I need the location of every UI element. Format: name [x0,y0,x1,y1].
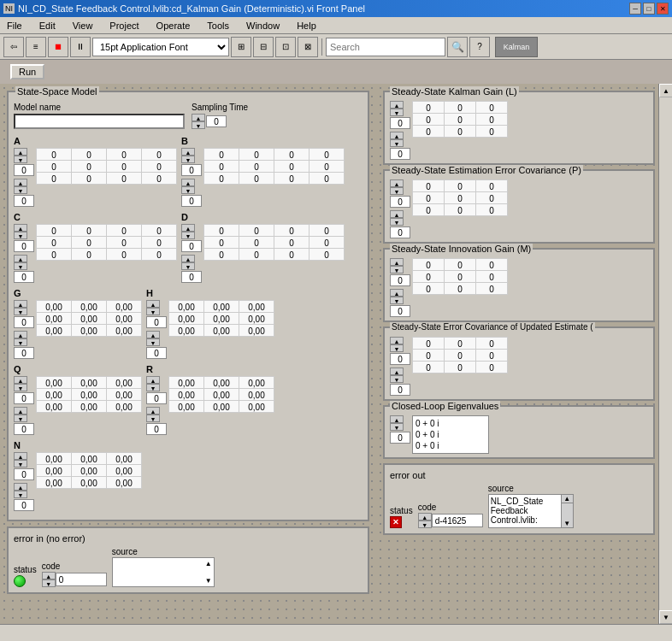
matrix-h-label: H [146,288,274,298]
matrix-h-cells: 0,000,000,00 0,000,000,00 0,000,000,00 [168,300,274,336]
resize-btn[interactable]: ⊡ [275,37,296,57]
matrix-r-cells: 0,000,000,00 0,000,000,00 0,000,000,00 [168,376,274,412]
cell: 0 [14,499,34,511]
matrix-q-spinner: ▲ ▼ 0 ▲ ▼ 0 [14,376,34,435]
matrix-c-cells: 0000 0000 0000 [36,224,176,260]
matrix-g-spin-val[interactable]: 0 [14,316,34,328]
toolbar-stop-btn[interactable]: ⏹ [48,37,68,57]
menu-bar: File Edit View Project Operate Tools Win… [0,17,672,34]
minimize-button[interactable]: ─ [629,3,641,15]
matrix-g-label: G [14,288,141,298]
error-out-source-value: NL_CD_State Feedback Control.lvlib: ▲ ▼ [488,494,574,528]
error-in-code-value[interactable]: 0 [56,573,107,586]
spin-down[interactable]: ▼ [181,156,195,163]
maximize-button[interactable]: □ [643,3,655,15]
scroll-down-button[interactable]: ▼ [659,610,672,624]
window-title: NI_CD_State Feedback Control.lvlib:cd_Ka… [18,3,365,14]
spin-down2[interactable]: ▼ [14,186,27,194]
error-out-source-col: source NL_CD_State Feedback Control.lvli… [488,484,574,528]
cell: 0 [146,347,167,359]
matrix-a-group: A ▲ ▼ 0 ▲ ▼ [14,136,176,207]
error-in-source-col: source ▲ ▼ [112,547,215,587]
spin-up2[interactable]: ▲ [181,179,195,186]
state-space-panel: State-Space Model Model name Sampling Ti… [7,91,369,521]
matrix-d-spin-val[interactable]: 0 [181,240,202,252]
scroll-up-button[interactable]: ▲ [659,84,672,97]
matrix-n-label: N [14,440,141,450]
error-out-status-col: status ✕ [390,506,413,528]
model-name-group: Model name [14,103,185,129]
status-bar [0,624,672,641]
align-btn[interactable]: ⊞ [231,37,251,57]
cell: 0 [14,347,34,359]
search-icon[interactable]: 🔍 [447,37,468,57]
matrix-a-spin-val[interactable]: 0 [14,164,34,176]
run-row: Run [0,60,672,84]
matrix-b-group: B ▲ ▼ 0 ▲ ▼ [181,136,344,207]
matrix-n-spin-val[interactable]: 0 [14,468,34,480]
spin-up[interactable]: ▲ [192,114,205,121]
spin-down2[interactable]: ▼ [181,186,195,194]
font-selector[interactable]: 15pt Application Font [92,38,229,56]
matrix-g-group: G ▲ ▼ 0 ▲ ▼ [14,288,141,359]
scroll-down-btn[interactable]: ▼ [562,520,573,527]
scroll-up-icon[interactable]: ▲ [205,560,212,567]
cell: 0 [14,271,34,283]
menu-edit[interactable]: Edit [36,20,59,32]
menu-view[interactable]: View [69,20,97,32]
matrix-c-label: C [14,212,176,222]
model-name-input[interactable] [14,114,185,129]
spin-down[interactable]: ▼ [192,121,205,129]
reorder-btn[interactable]: ⊠ [298,37,318,57]
error-out-title: error out [390,470,648,480]
close-button[interactable]: ✕ [657,3,669,15]
sampling-time-spinner[interactable]: ▲ ▼ [192,114,205,129]
sampling-time-value[interactable]: 0 [206,115,227,127]
matrix-n-cells: 0,000,000,00 0,000,000,00 0,000,000,00 [36,452,141,488]
matrix-a-label: A [14,136,176,146]
toolbar-pause-btn[interactable]: ⏸ [70,37,91,57]
matrix-r-spin-val[interactable]: 0 [146,392,167,404]
matrix-d-cells: 0000 0000 0000 [203,224,344,260]
spin-down[interactable]: ▼ [14,156,27,163]
kalman-gain-l-title: Steady-State Kalman Gain (L) [390,86,519,97]
menu-help[interactable]: Help [293,20,320,32]
matrix-b-spin-val[interactable]: 0 [181,164,202,176]
search-input[interactable] [326,38,445,56]
menu-file[interactable]: File [3,20,26,32]
error-out-code-value[interactable]: d-41625 [432,514,483,527]
menu-project[interactable]: Project [106,20,142,32]
matrix-r-group: R ▲ ▼ 0 ▲ ▼ [146,364,274,435]
matrix-n-group: N ▲ ▼ 0 ▲ ▼ [14,440,141,511]
toolbar-list-btn[interactable]: ≡ [26,37,46,57]
matrix-c-spin-val[interactable]: 0 [14,240,34,252]
kalman-upd-spinner: ▲ ▼ 0 ▲ ▼ 0 [390,337,410,396]
kalman-innovation-m-title: Steady-State Innovation Gain (M) [390,244,533,254]
matrix-b-spinner: ▲ ▼ 0 ▲ ▼ 0 [181,148,202,207]
matrix-a-spin-val2: 0 [14,195,34,207]
matrix-r-spinner: ▲ ▼ 0 ▲ ▼ 0 [146,376,167,435]
error-out-led: ✕ [390,516,402,528]
run-button[interactable]: Run [10,64,44,79]
error-in-source-value: ▲ ▼ [112,557,215,587]
help-btn[interactable]: ? [469,37,490,57]
spin-up[interactable]: ▲ [181,148,195,156]
spin-up2[interactable]: ▲ [14,179,27,186]
scroll-down-icon[interactable]: ▼ [205,577,212,585]
spin-up[interactable]: ▲ [14,148,27,156]
cell: 0 [36,160,72,173]
cell: 0 [181,195,202,207]
menu-tools[interactable]: Tools [203,20,233,32]
menu-operate[interactable]: Operate [153,20,194,32]
scroll-up-btn[interactable]: ▲ [562,495,573,503]
toolbar-arrow-btn[interactable]: ⇦ [3,37,24,57]
code-label-out: code [418,503,483,512]
matrix-h-spinner: ▲ ▼ 0 ▲ ▼ 0 [146,300,167,359]
dist-btn[interactable]: ⊟ [253,37,274,57]
matrix-h-spin-val[interactable]: 0 [146,316,167,328]
matrix-b-cells: 0000 0000 0000 [203,148,344,184]
kalman-p-cells: 000 000 000 [412,179,507,215]
error-in-status-col: status [14,565,37,587]
menu-window[interactable]: Window [243,20,283,32]
matrix-q-spin-val[interactable]: 0 [14,392,34,404]
